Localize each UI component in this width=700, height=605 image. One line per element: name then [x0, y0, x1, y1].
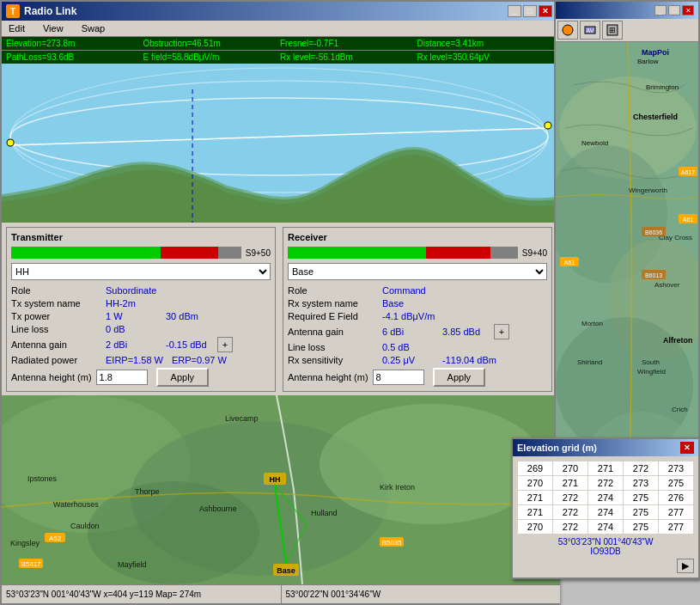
svg-text:Hulland: Hulland: [311, 509, 338, 517]
tx-apply-button[interactable]: Apply: [156, 368, 210, 387]
rx-signal-label: S9+40: [522, 248, 547, 258]
tx-antgain-label: Antenna gain: [11, 339, 106, 350]
tx-antgain-value: 2 dBi: [106, 339, 157, 350]
rx-sensitivity-label: Rx sensitivity: [288, 355, 382, 365]
maximize-button[interactable]: □: [523, 5, 537, 17]
tx-power-value: 1 W: [106, 311, 157, 321]
tx-antgain-row: Antenna gain 2 dBi -0.15 dBd +: [11, 337, 271, 352]
menu-view[interactable]: View: [40, 22, 66, 34]
elevation-coords1: 53°03'23"N 001°40'43"W IO93DB: [517, 537, 694, 556]
radio-link-window: T Radio Link _ □ ✕ Edit View Swap Elevat…: [0, 0, 558, 605]
fresnel-info: Fresnel=-0.7F1: [280, 39, 416, 48]
svg-text:Wingerworth: Wingerworth: [629, 186, 667, 194]
rx-antheight-input[interactable]: 8: [373, 370, 424, 385]
rx-sensitivity-row: Rx sensitivity 0.25 μV -119.04 dBm: [288, 355, 547, 365]
svg-text:Mayfield: Mayfield: [118, 560, 147, 569]
menu-edit[interactable]: Edit: [6, 22, 27, 34]
rx-antgain-dbd: 3.85 dBd: [442, 327, 494, 337]
pathloss-info: PathLoss=93.6dB: [6, 52, 142, 62]
tx-role-label: Role: [11, 285, 106, 296]
close-button[interactable]: ✕: [539, 5, 552, 17]
svg-text:Newbold: Newbold: [581, 139, 608, 147]
tx-system-value: HH-2m: [106, 298, 157, 309]
obstruction-info: Obstruction=46.51m: [143, 39, 279, 48]
rx-signal-container: S9+40: [288, 247, 547, 259]
info-bar-row1: Elevation=273.8m Obstruction=46.51m Fres…: [2, 37, 557, 51]
svg-text:A61: A61: [683, 217, 694, 223]
tx-power-label: Tx power: [11, 311, 106, 321]
svg-text:Livecamp: Livecamp: [225, 414, 259, 423]
title-bar: T Radio Link _ □ ✕: [2, 2, 557, 21]
elevation-cell: 275: [624, 491, 659, 505]
map-svg: HH Base Ipstones Waterhouses Cauldon Kin…: [2, 395, 560, 584]
svg-text:Chesterfield: Chesterfield: [633, 113, 678, 121]
toolbar-icon1[interactable]: [557, 21, 578, 40]
second-minimize-button[interactable]: _: [654, 5, 667, 15]
receiver-panel: Receiver S9+40 Base Role Comman: [283, 227, 552, 392]
tx-antheight-input[interactable]: 1.8: [96, 370, 148, 385]
rx-dropdown[interactable]: Base: [288, 263, 547, 280]
elevation-cell: 270: [518, 476, 553, 491]
elevation-scroll-row: ▶: [517, 559, 694, 573]
toolbar-icon3[interactable]: ⊞: [602, 21, 623, 40]
rx-system-value: Base: [382, 298, 434, 309]
svg-text:Ipstones: Ipstones: [27, 474, 58, 483]
tx-antheight-label: Antenna height (m): [11, 372, 92, 382]
rxlevel-dbm-info: Rx level=-56.1dBm: [280, 52, 416, 62]
tx-antgain-plus-button[interactable]: +: [217, 337, 233, 352]
elevation-scroll-button[interactable]: ▶: [677, 559, 694, 573]
menu-bar: Edit View Swap: [2, 21, 557, 37]
tx-radpower-row: Radiated power EIRP=1.58 W ERP=0.97 W: [11, 355, 271, 365]
svg-text:South: South: [642, 358, 660, 366]
minimize-button[interactable]: _: [508, 5, 521, 17]
svg-text:Wingfield: Wingfield: [637, 368, 666, 376]
tx-role-row: Role Subordinate: [11, 285, 271, 296]
tx-erp-value: ERP=0.97 W: [172, 355, 227, 365]
rx-role-row: Role Command: [288, 285, 547, 296]
panels-row: Transmitter S9+50 HH Role Subor: [2, 223, 557, 396]
elevation-cell: 270: [553, 461, 588, 476]
toolbar-icon2[interactable]: AV: [580, 21, 600, 40]
rx-antgain-row: Antenna gain 6 dBi 3.85 dBd +: [288, 324, 547, 339]
efield-info: E field=58.8dBμV/m: [143, 52, 279, 62]
tx-signal-bar: [11, 247, 241, 259]
rx-role-label: Role: [288, 285, 382, 296]
svg-text:AV: AV: [587, 28, 594, 34]
distance-info: Distance=3.41km: [417, 39, 553, 48]
elevation-cell: 273: [624, 476, 659, 491]
tx-signal-label: S9+50: [246, 248, 271, 258]
rx-system-label: Rx system name: [288, 298, 382, 309]
tx-eirp-value: EIRP=1.58 W: [106, 355, 163, 365]
elevation-table: 2692702712722732702712722732752712722742…: [517, 461, 694, 535]
tx-antgain-dbd: -0.15 dBd: [166, 339, 217, 350]
app-icon: T: [6, 4, 20, 18]
svg-text:A617: A617: [681, 169, 695, 175]
elevation-cell: 274: [588, 520, 624, 535]
second-title-bar: _ □ ✕: [556, 2, 698, 19]
menu-swap[interactable]: Swap: [79, 22, 108, 34]
elevation-cell: 272: [553, 505, 588, 520]
elevation-grid-window: Elevation grid (m) ✕ 2692702712722732702…: [511, 437, 700, 579]
status-left: 53°03'23"N 001°40'43"W x=404 y=119 Map= …: [2, 585, 282, 603]
elevation-cell: 275: [624, 505, 659, 520]
receiver-title: Receiver: [288, 232, 547, 242]
rx-efield-label: Required E Field: [288, 311, 382, 321]
status-bar: 53°03'23"N 001°40'43"W x=404 y=119 Map= …: [2, 584, 560, 603]
elevation-close-button[interactable]: ✕: [680, 442, 694, 454]
rx-antgain-value: 6 dBi: [382, 327, 434, 337]
rx-antgain-plus-button[interactable]: +: [494, 324, 509, 339]
svg-text:Kingsley: Kingsley: [10, 539, 40, 547]
second-maximize-button[interactable]: □: [668, 5, 680, 15]
info-bar-row2: PathLoss=93.6dB E field=58.8dBμV/m Rx le…: [2, 51, 557, 64]
rx-apply-button[interactable]: Apply: [433, 368, 486, 387]
svg-text:Crich: Crich: [672, 406, 688, 413]
tx-dropdown[interactable]: HH: [11, 263, 271, 280]
elevation-cell: 272: [553, 491, 588, 505]
rx-efield-row: Required E Field -4.1 dBμV/m: [288, 311, 547, 321]
svg-text:HH: HH: [270, 475, 281, 484]
elevation-cell: 272: [624, 461, 659, 476]
svg-text:B5035: B5035: [381, 539, 402, 547]
rx-dropdown-row: Base: [288, 263, 547, 280]
elevation-cell: 276: [659, 491, 694, 505]
second-close-button[interactable]: ✕: [682, 5, 694, 15]
